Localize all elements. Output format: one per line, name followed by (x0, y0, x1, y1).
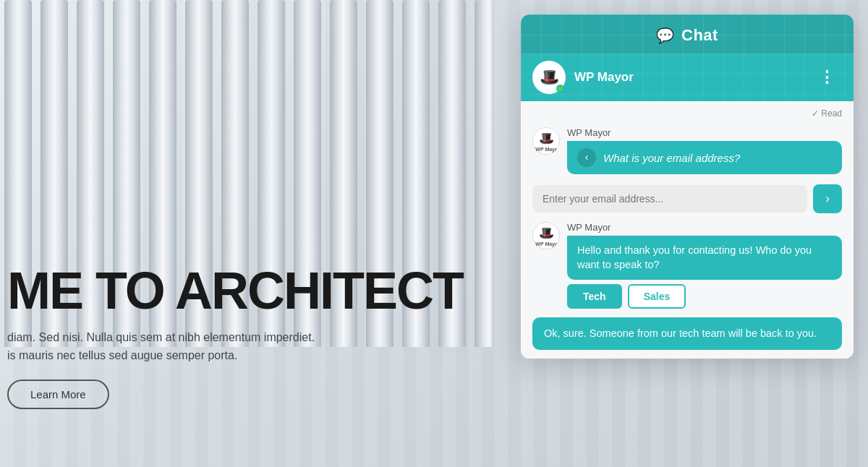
msg-avatar-label-1: WP Mayr (535, 147, 556, 152)
msg-bubble-2: Hello and thank you for contacting us! W… (567, 236, 842, 280)
msg-content-2: WP Mayor Hello and thank you for contact… (567, 222, 842, 309)
more-options-button[interactable]: ⋮ (813, 65, 842, 90)
msg-avatar-2: 🎩 WP Mayr (532, 222, 560, 249)
read-indicator: ✓ Read (532, 108, 842, 119)
agent-name: WP Mayor (574, 70, 804, 85)
email-input[interactable] (532, 185, 807, 213)
chat-options: Tech Sales (567, 284, 842, 309)
send-arrow-icon: › (825, 192, 830, 206)
chat-widget: 💬 Chat 🎩 WP Mayor ⋮ ✓ Read 🎩 WP Mayr (521, 14, 854, 359)
agent-avatar-container: 🎩 (532, 61, 566, 94)
back-arrow-icon: ‹ (585, 150, 589, 165)
online-status-dot (556, 85, 564, 93)
agent-avatar-icon: 🎩 (540, 68, 559, 87)
hero-subtitle: diam. Sed nisi. Nulla quis sem at nibh e… (7, 328, 441, 365)
msg-sender-2: WP Mayor (567, 222, 842, 233)
learn-more-button[interactable]: Learn More (7, 380, 109, 409)
chat-title: Chat (681, 26, 718, 45)
msg-avatar-1: 🎩 WP Mayr (532, 127, 560, 155)
hero-title: ME TO ARCHITECT (7, 265, 463, 317)
msg-avatar-icon-1: 🎩 (539, 131, 554, 146)
msg-avatar-icon-2: 🎩 (539, 226, 554, 241)
chat-title-row: 💬 Chat (521, 26, 854, 45)
option-sales-button[interactable]: Sales (628, 284, 686, 309)
chat-header-top: 💬 Chat (521, 14, 854, 53)
email-input-row: › (532, 184, 842, 213)
msg-sender-1: WP Mayor (567, 127, 842, 138)
email-question-text: What is your email address? (603, 150, 740, 166)
email-send-button[interactable]: › (813, 184, 842, 213)
response-bubble: Ok, sure. Someone from our tech team wil… (532, 317, 842, 350)
option-tech-button[interactable]: Tech (567, 284, 622, 309)
back-button[interactable]: ‹ (577, 148, 596, 167)
msg-bubble-1: ‹ What is your email address? (567, 141, 842, 174)
chat-bubble-icon: 💬 (656, 27, 674, 44)
message-group-1: 🎩 WP Mayr WP Mayor ‹ What is your email … (532, 127, 842, 174)
read-check-icon: ✓ (812, 108, 819, 119)
subtitle-line1: diam. Sed nisi. Nulla quis sem at nibh e… (7, 331, 315, 343)
column-14 (475, 0, 492, 347)
left-content: ME TO ARCHITECT diam. Sed nisi. Nulla qu… (7, 265, 463, 409)
chat-subheader: 🎩 WP Mayor ⋮ (521, 53, 854, 101)
msg-avatar-label-2: WP Mayr (535, 241, 556, 247)
read-label: Read (821, 108, 842, 119)
chat-messages: ✓ Read 🎩 WP Mayr WP Mayor ‹ What is your… (521, 101, 854, 359)
msg-content-1: WP Mayor ‹ What is your email address? (567, 127, 842, 174)
subtitle-line2: is mauris nec tellus sed augue semper po… (7, 349, 237, 361)
message-group-2: 🎩 WP Mayr WP Mayor Hello and thank you f… (532, 222, 842, 309)
